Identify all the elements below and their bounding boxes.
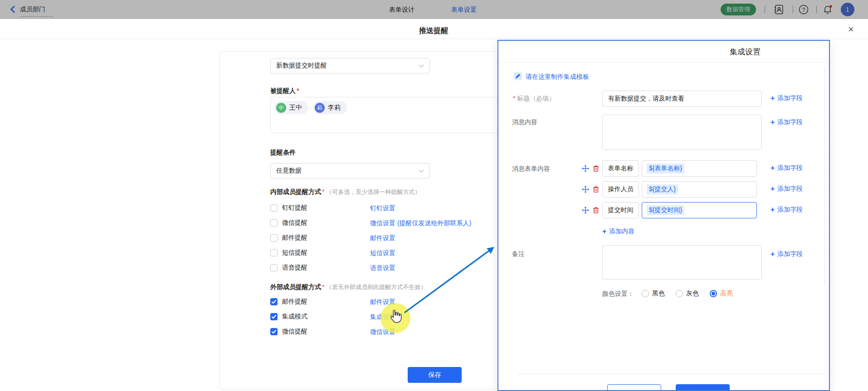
radio-selected-icon[interactable]	[710, 290, 717, 297]
data-manage-button[interactable]: 数据管理	[721, 4, 756, 15]
plus-icon: +	[770, 118, 775, 126]
color-option-highlight[interactable]: 高亮	[710, 290, 733, 298]
plus-icon: +	[770, 250, 775, 258]
title-input[interactable]: 有新数据提交，请及时查看	[602, 91, 762, 107]
add-field-link[interactable]: + 添加字段	[770, 94, 803, 102]
plus-icon: +	[770, 94, 775, 102]
message-content-textarea[interactable]	[602, 115, 762, 150]
note-label: 备注	[512, 250, 525, 258]
back-underline	[20, 16, 53, 17]
trash-icon[interactable]	[592, 186, 600, 194]
reminder-label: 短信提醒	[282, 249, 307, 257]
checkbox-ext-email[interactable]	[270, 298, 278, 305]
add-field-link[interactable]: + 添加字段	[770, 118, 803, 126]
reminder-row: 钉钉提醒	[270, 204, 307, 212]
check-icon	[271, 299, 277, 304]
field-token: ${表单名称}	[647, 164, 684, 174]
checkbox-voice[interactable]	[270, 264, 278, 271]
add-field-link[interactable]: + 添加字段	[770, 250, 803, 258]
topbar: 成员部门 表单设计 表单设置 数据管理 ? 1	[0, 0, 868, 19]
close-icon[interactable]: ×	[848, 25, 854, 34]
note-textarea[interactable]	[602, 245, 762, 280]
add-field-link[interactable]: + 添加字段	[770, 164, 803, 172]
checkbox-integration[interactable]	[270, 313, 278, 320]
dingtalk-settings-link[interactable]: 钉钉设置	[370, 204, 395, 212]
add-field-link[interactable]: + 添加字段	[770, 206, 803, 214]
page-title: 推送提醒	[406, 26, 461, 36]
external-section-header: 外部成员提醒方式* （若无外部成员则此提醒方式不生效）	[270, 283, 426, 291]
save-button[interactable]: 保存	[408, 367, 462, 383]
internal-section-header: 内部成员提醒方式* （可多选，至少选择一种提醒方式）	[270, 188, 420, 196]
drag-icon[interactable]	[582, 186, 589, 194]
reminder-label: 邮件提醒	[282, 298, 307, 306]
radio-icon[interactable]	[642, 290, 649, 297]
title-input-value: 有新数据提交，请及时查看	[608, 95, 684, 103]
field-value-input[interactable]: ${提交人}	[642, 181, 757, 198]
external-section-note: （若无外部成员则此提醒方式不生效）	[326, 284, 426, 290]
field-value-input[interactable]: ${表单名称}	[642, 160, 757, 177]
back-label[interactable]: 成员部门	[20, 5, 45, 14]
trash-icon[interactable]	[592, 165, 600, 174]
reminder-row: 短信提醒	[270, 249, 307, 257]
chevron-down-icon	[419, 169, 424, 173]
check-icon	[271, 329, 277, 334]
field-key-input[interactable]: 表单名称	[602, 160, 639, 177]
voice-settings-link[interactable]: 语音设置	[370, 264, 395, 272]
checkbox-sms[interactable]	[270, 249, 278, 256]
recipient-tag[interactable]: 莉 李莉	[313, 101, 347, 114]
help-icon[interactable]: ?	[798, 4, 809, 16]
panel-title: 集成设置	[730, 47, 761, 57]
field-key-input[interactable]: 操作人员	[602, 181, 639, 198]
panel-footer-button-primary[interactable]	[676, 384, 730, 391]
panel-footer-button-secondary[interactable]	[607, 384, 661, 391]
condition-select-value: 任意数据	[276, 167, 302, 175]
recipients-label: 被提醒人*	[270, 87, 299, 95]
drag-icon[interactable]	[582, 207, 589, 215]
tab-form-settings[interactable]: 表单设置	[451, 6, 477, 14]
reminder-row: 邮件提醒	[270, 298, 307, 306]
drag-icon[interactable]	[582, 165, 589, 174]
reminder-row: 微信提醒	[270, 219, 307, 227]
tab-form-design[interactable]: 表单设计	[389, 6, 414, 14]
sms-settings-link[interactable]: 短信设置	[370, 249, 395, 257]
topbar-divider	[765, 6, 765, 13]
checkbox-wechat[interactable]	[270, 219, 278, 227]
cursor-icon	[389, 310, 402, 323]
add-content-link[interactable]: + 添加内容	[602, 227, 634, 236]
email-settings-link[interactable]: 邮件设置	[370, 234, 395, 242]
reminder-row: 邮件提醒	[270, 234, 307, 242]
recipient-avatar: 中	[276, 103, 286, 113]
plus-icon: +	[770, 164, 775, 172]
pencil-icon	[514, 72, 522, 80]
color-option-gray[interactable]: 灰色	[676, 290, 699, 298]
condition-select[interactable]: 任意数据	[270, 163, 430, 179]
checkbox-dingtalk[interactable]	[270, 204, 278, 212]
back-icon[interactable]	[10, 5, 15, 14]
reminder-row: 微信提醒	[270, 328, 307, 336]
message-content-label: 消息内容	[512, 118, 537, 126]
avatar[interactable]: 1	[841, 3, 854, 16]
panel-footer-divider	[517, 374, 825, 374]
checkbox-ext-wechat[interactable]	[270, 328, 278, 335]
trigger-select[interactable]: 新数据提交时提醒	[270, 58, 430, 73]
field-token: ${提交时间}	[647, 205, 684, 215]
field-token: ${提交人}	[647, 184, 678, 194]
checkbox-email[interactable]	[270, 234, 278, 241]
required-mark: *	[322, 283, 324, 290]
wechat-settings-link[interactable]: 微信设置 (提醒仅发送给外部联系人)	[370, 219, 471, 227]
recipient-tag[interactable]: 中 王中	[274, 101, 308, 114]
field-key-input[interactable]: 提交时间	[602, 202, 639, 218]
bell-icon[interactable]	[822, 4, 834, 17]
contacts-icon[interactable]	[774, 4, 784, 16]
radio-icon[interactable]	[676, 290, 683, 297]
trash-icon[interactable]	[592, 207, 600, 215]
reminder-label: 语音提醒	[282, 264, 307, 272]
color-option-black[interactable]: 黑色	[642, 290, 665, 298]
reminder-label: 邮件提醒	[282, 234, 307, 242]
add-field-link[interactable]: + 添加字段	[770, 185, 803, 193]
panel-scroll-track[interactable]	[824, 68, 825, 285]
recipient-name: 李莉	[328, 104, 341, 112]
field-value-input-focused[interactable]: ${提交时间}	[642, 202, 757, 218]
reminder-row: 集成模式	[270, 313, 307, 321]
integration-settings-panel: 集成设置 请在这里制作集成模板 * 标题（必填） 有新数据提交，请及时查看 + …	[497, 40, 830, 391]
